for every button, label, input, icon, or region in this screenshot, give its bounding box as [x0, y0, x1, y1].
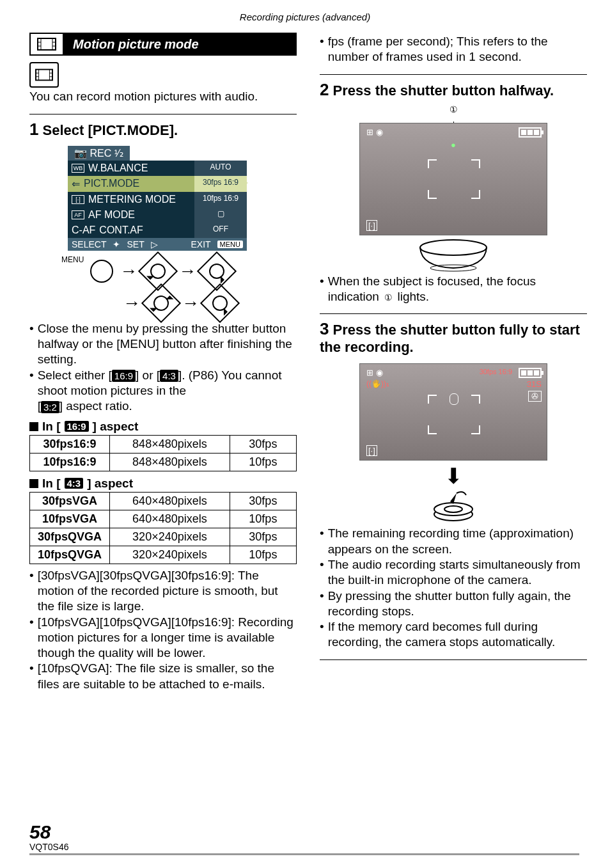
step1-title: Select [PICT.MODE]. — [43, 122, 178, 138]
battery-icon — [519, 368, 542, 378]
fps-indicator: 30fps 16:9 — [480, 368, 512, 375]
aspect-169-badge: 16:9 — [112, 370, 136, 382]
table-169: 30fps16:9848×480pixels30fps 10fps16:9848… — [29, 435, 297, 471]
list-item: [10fpsQVGA]: The file size is smaller, s… — [29, 661, 297, 692]
menu-row-afmode: AFAF MODE ▢ — [68, 207, 247, 223]
lcd-screen-recording: ⊞ ◉ 30fps 16:9 31S ((🖐))₁ ✇ [·] — [359, 363, 547, 461]
metering-icon: [·] — [72, 195, 84, 204]
menu-tab: 📷 REC ¹⁄₂ — [68, 146, 130, 161]
caf-icon: C-AF — [72, 225, 95, 236]
table-row: 10fpsQVGA320×240pixels10fps — [30, 546, 297, 564]
menu-badge-icon: MENU — [217, 241, 243, 248]
list-item: By pressing the shutter button fully aga… — [320, 588, 587, 620]
movie-mode-icon: ⊞ ◉ — [366, 368, 383, 377]
nav-diagram: MENU → → → → — [61, 257, 297, 317]
metering-icon: [·] — [366, 445, 377, 456]
table-row: 30fpsVGA640×480pixels30fps — [30, 492, 297, 510]
callout-1: ① — [448, 104, 459, 115]
step2-title: Press the shutter button halfway. — [333, 83, 554, 99]
subhead-169: In [16:9] aspect — [29, 420, 297, 434]
table-43: 30fpsVGA640×480pixels30fps 10fpsVGA640×4… — [29, 492, 297, 564]
mode-dial-icon — [29, 62, 59, 88]
doc-code: VQT0S46 — [29, 842, 579, 852]
note-close-menu: Close the menu by pressing the shutter b… — [29, 321, 297, 368]
dpad-icon — [138, 251, 178, 291]
fps-note: fps (frame per second); This refers to t… — [320, 34, 587, 65]
section-title: Motion picture mode — [29, 33, 297, 56]
metering-icon: [·] — [366, 220, 377, 231]
page-number: 58 — [29, 823, 579, 842]
dpad-icon — [197, 251, 237, 291]
step2-number: 2 — [320, 80, 329, 99]
menu-row-wbalance: WBW.BALANCE AUTO — [68, 161, 247, 176]
header-breadcrumb: Recording pictures (advanced) — [0, 0, 610, 22]
dpad-icon — [200, 283, 240, 323]
list-item: [10fpsVGA][10fpsQVGA][10fps16:9]: Record… — [29, 615, 297, 661]
subhead-43: In [4:3] aspect — [29, 477, 297, 491]
step3-heading: 3 Press the shutter button fully to star… — [320, 319, 587, 356]
dpad-icon — [141, 283, 181, 323]
table-row: 10fps16:9848×480pixels10fps — [30, 453, 297, 471]
pictmode-icon: ⇐ — [72, 178, 80, 190]
mic-icon — [450, 393, 458, 405]
af-icon: AF — [72, 210, 84, 219]
page-footer: 58 VQT0S46 — [29, 823, 579, 855]
aspect-32-badge: 3:2 — [41, 401, 59, 413]
lcd-screen-halfway: ⊞ ◉ [·] ● — [359, 123, 547, 235]
intro-text: You can record motion pictures with audi… — [29, 89, 297, 105]
movie-mode-icon: ⊞ ◉ — [366, 127, 383, 137]
step2-heading: 2 Press the shutter button halfway. — [320, 80, 587, 100]
section-title-text: Motion picture mode — [64, 33, 297, 56]
subject-illustration — [415, 238, 492, 270]
wb-icon: WB — [72, 164, 84, 173]
card-icon: ✇ — [528, 391, 542, 402]
rec-time: 31S — [527, 379, 542, 389]
svg-point-17 — [434, 503, 473, 516]
step3-title: Press the shutter button fully to start … — [320, 322, 580, 355]
camera-menu: 📷 REC ¹⁄₂ WBW.BALANCE AUTO ⇐PICT.MODE 30… — [68, 146, 247, 251]
down-arrow-icon: ⬇ — [320, 463, 587, 489]
svg-rect-0 — [38, 38, 56, 50]
table-row: 10fpsVGA640×480pixels10fps — [30, 510, 297, 528]
menu-row-metering: [·]METERING MODE 10fps 16:9 — [68, 192, 247, 207]
list-item: [30fpsVGA][30fpsQVGA][30fps16:9]: The mo… — [29, 568, 297, 615]
focus-frame — [428, 159, 480, 199]
step3-number: 3 — [320, 319, 329, 338]
table-row: 30fpsQVGA320×240pixels30fps — [30, 528, 297, 546]
list-item: The remaining recording time (approximat… — [320, 526, 587, 557]
list-item: The audio recording starts simultaneousl… — [320, 557, 587, 588]
menu-row-contaf: C-AFCONT.AF OFF — [68, 223, 247, 238]
focus-note: When the subject is focused, the focus i… — [320, 274, 587, 305]
menu-button-icon — [90, 260, 113, 283]
motion-picture-icon — [29, 33, 64, 56]
menu-row-pictmode: ⇐PICT.MODE 30fps 16:9 — [68, 176, 247, 192]
stabilizer-icon: ((🖐))₁ — [366, 379, 389, 388]
shutter-press-icon — [431, 490, 476, 522]
step1-number: 1 — [29, 120, 38, 139]
step1-heading: 1 Select [PICT.MODE]. — [29, 120, 297, 139]
aspect-43-badge: 4:3 — [160, 370, 178, 382]
svg-point-14 — [420, 240, 487, 255]
battery-icon — [519, 127, 542, 138]
table-row: 30fps16:9848×480pixels30fps — [30, 435, 297, 453]
list-item: If the memory card becomes full during r… — [320, 619, 587, 651]
menu-footer: SELECT✦ SET▷ EXIT MENU — [68, 238, 247, 251]
note-select-aspect: Select either [16:9] or [4:3]. (P86) You… — [29, 368, 297, 414]
svg-rect-7 — [36, 70, 52, 81]
focus-indicator-icon: ● — [451, 140, 456, 150]
